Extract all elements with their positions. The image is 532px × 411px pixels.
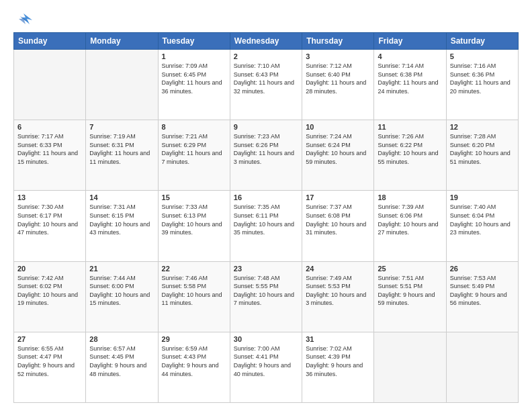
day-number: 8 xyxy=(162,123,226,131)
table-row: 24Sunrise: 7:49 AM Sunset: 5:53 PM Dayli… xyxy=(302,261,374,332)
table-row xyxy=(14,50,86,120)
day-number: 25 xyxy=(378,265,442,273)
table-row: 16Sunrise: 7:35 AM Sunset: 6:11 PM Dayli… xyxy=(230,191,302,261)
logo xyxy=(13,11,36,27)
calendar-week-3: 13Sunrise: 7:30 AM Sunset: 6:17 PM Dayli… xyxy=(14,191,519,261)
day-info: Sunrise: 6:59 AM Sunset: 4:43 PM Dayligh… xyxy=(162,345,226,378)
calendar-week-2: 6Sunrise: 7:17 AM Sunset: 6:33 PM Daylig… xyxy=(14,120,519,191)
day-number: 28 xyxy=(89,335,154,343)
table-row: 17Sunrise: 7:37 AM Sunset: 6:08 PM Dayli… xyxy=(302,191,374,261)
logo-icon xyxy=(13,11,34,27)
day-number: 16 xyxy=(234,193,298,201)
day-number: 31 xyxy=(306,335,370,343)
table-row: 21Sunrise: 7:44 AM Sunset: 6:00 PM Dayli… xyxy=(86,261,158,332)
day-number: 14 xyxy=(89,193,154,201)
calendar-week-5: 27Sunrise: 6:55 AM Sunset: 4:47 PM Dayli… xyxy=(14,332,519,402)
day-header-monday: Monday xyxy=(86,33,158,50)
day-info: Sunrise: 7:28 AM Sunset: 6:20 PM Dayligh… xyxy=(450,132,515,166)
day-info: Sunrise: 7:14 AM Sunset: 6:38 PM Dayligh… xyxy=(378,62,442,95)
table-row: 12Sunrise: 7:28 AM Sunset: 6:20 PM Dayli… xyxy=(446,120,518,191)
day-info: Sunrise: 7:51 AM Sunset: 5:51 PM Dayligh… xyxy=(378,274,442,308)
day-info: Sunrise: 7:21 AM Sunset: 6:29 PM Dayligh… xyxy=(162,132,226,166)
day-info: Sunrise: 7:23 AM Sunset: 6:26 PM Dayligh… xyxy=(234,132,298,166)
calendar-table: SundayMondayTuesdayWednesdayThursdayFrid… xyxy=(13,32,519,403)
day-info: Sunrise: 7:09 AM Sunset: 6:45 PM Dayligh… xyxy=(162,62,226,95)
day-info: Sunrise: 7:44 AM Sunset: 6:00 PM Dayligh… xyxy=(89,274,154,308)
day-header-wednesday: Wednesday xyxy=(230,33,302,50)
table-row xyxy=(374,332,446,402)
day-number: 29 xyxy=(162,335,226,343)
day-info: Sunrise: 7:31 AM Sunset: 6:15 PM Dayligh… xyxy=(89,203,154,236)
day-number: 19 xyxy=(450,193,515,201)
day-number: 11 xyxy=(378,123,442,131)
day-number: 30 xyxy=(234,335,298,343)
table-row: 3Sunrise: 7:12 AM Sunset: 6:40 PM Daylig… xyxy=(302,50,374,120)
table-row xyxy=(446,332,518,402)
day-info: Sunrise: 7:35 AM Sunset: 6:11 PM Dayligh… xyxy=(234,203,298,236)
table-row: 6Sunrise: 7:17 AM Sunset: 6:33 PM Daylig… xyxy=(14,120,86,191)
day-number: 18 xyxy=(378,193,442,201)
day-info: Sunrise: 7:37 AM Sunset: 6:08 PM Dayligh… xyxy=(306,203,370,236)
day-info: Sunrise: 7:26 AM Sunset: 6:22 PM Dayligh… xyxy=(378,132,442,166)
day-number: 21 xyxy=(89,265,154,273)
day-info: Sunrise: 6:57 AM Sunset: 4:45 PM Dayligh… xyxy=(89,345,154,378)
table-row: 13Sunrise: 7:30 AM Sunset: 6:17 PM Dayli… xyxy=(14,191,86,261)
day-info: Sunrise: 7:16 AM Sunset: 6:36 PM Dayligh… xyxy=(450,62,515,95)
day-header-friday: Friday xyxy=(374,33,446,50)
day-info: Sunrise: 7:42 AM Sunset: 6:02 PM Dayligh… xyxy=(17,274,82,308)
day-number: 4 xyxy=(378,52,442,60)
table-row: 10Sunrise: 7:24 AM Sunset: 6:24 PM Dayli… xyxy=(302,120,374,191)
day-info: Sunrise: 7:53 AM Sunset: 5:49 PM Dayligh… xyxy=(450,274,515,308)
day-number: 12 xyxy=(450,123,515,131)
table-row: 15Sunrise: 7:33 AM Sunset: 6:13 PM Dayli… xyxy=(158,191,230,261)
table-row: 18Sunrise: 7:39 AM Sunset: 6:06 PM Dayli… xyxy=(374,191,446,261)
day-info: Sunrise: 7:02 AM Sunset: 4:39 PM Dayligh… xyxy=(306,345,370,378)
day-header-saturday: Saturday xyxy=(446,33,518,50)
day-number: 22 xyxy=(162,265,226,273)
table-row: 25Sunrise: 7:51 AM Sunset: 5:51 PM Dayli… xyxy=(374,261,446,332)
day-number: 2 xyxy=(234,52,298,60)
table-row: 31Sunrise: 7:02 AM Sunset: 4:39 PM Dayli… xyxy=(302,332,374,402)
day-info: Sunrise: 6:55 AM Sunset: 4:47 PM Dayligh… xyxy=(17,345,82,378)
day-info: Sunrise: 7:00 AM Sunset: 4:41 PM Dayligh… xyxy=(234,345,298,378)
day-info: Sunrise: 7:19 AM Sunset: 6:31 PM Dayligh… xyxy=(89,132,154,166)
day-info: Sunrise: 7:10 AM Sunset: 6:43 PM Dayligh… xyxy=(234,62,298,95)
day-number: 9 xyxy=(234,123,298,131)
table-row: 20Sunrise: 7:42 AM Sunset: 6:02 PM Dayli… xyxy=(14,261,86,332)
table-row: 1Sunrise: 7:09 AM Sunset: 6:45 PM Daylig… xyxy=(158,50,230,120)
table-row: 19Sunrise: 7:40 AM Sunset: 6:04 PM Dayli… xyxy=(446,191,518,261)
table-row: 22Sunrise: 7:46 AM Sunset: 5:58 PM Dayli… xyxy=(158,261,230,332)
calendar-header-row: SundayMondayTuesdayWednesdayThursdayFrid… xyxy=(14,33,519,50)
day-number: 1 xyxy=(162,52,226,60)
table-row: 23Sunrise: 7:48 AM Sunset: 5:55 PM Dayli… xyxy=(230,261,302,332)
day-info: Sunrise: 7:46 AM Sunset: 5:58 PM Dayligh… xyxy=(162,274,226,308)
table-row: 9Sunrise: 7:23 AM Sunset: 6:26 PM Daylig… xyxy=(230,120,302,191)
day-info: Sunrise: 7:49 AM Sunset: 5:53 PM Dayligh… xyxy=(306,274,370,308)
table-row: 26Sunrise: 7:53 AM Sunset: 5:49 PM Dayli… xyxy=(446,261,518,332)
table-row: 4Sunrise: 7:14 AM Sunset: 6:38 PM Daylig… xyxy=(374,50,446,120)
day-header-thursday: Thursday xyxy=(302,33,374,50)
day-number: 3 xyxy=(306,52,370,60)
day-number: 26 xyxy=(450,265,515,273)
table-row xyxy=(86,50,158,120)
day-number: 17 xyxy=(306,193,370,201)
table-row: 8Sunrise: 7:21 AM Sunset: 6:29 PM Daylig… xyxy=(158,120,230,191)
table-row: 28Sunrise: 6:57 AM Sunset: 4:45 PM Dayli… xyxy=(86,332,158,402)
table-row: 27Sunrise: 6:55 AM Sunset: 4:47 PM Dayli… xyxy=(14,332,86,402)
table-row: 7Sunrise: 7:19 AM Sunset: 6:31 PM Daylig… xyxy=(86,120,158,191)
calendar-week-1: 1Sunrise: 7:09 AM Sunset: 6:45 PM Daylig… xyxy=(14,50,519,120)
day-info: Sunrise: 7:17 AM Sunset: 6:33 PM Dayligh… xyxy=(17,132,82,166)
day-header-tuesday: Tuesday xyxy=(158,33,230,50)
table-row: 2Sunrise: 7:10 AM Sunset: 6:43 PM Daylig… xyxy=(230,50,302,120)
header xyxy=(13,11,519,27)
day-info: Sunrise: 7:12 AM Sunset: 6:40 PM Dayligh… xyxy=(306,62,370,95)
page: SundayMondayTuesdayWednesdayThursdayFrid… xyxy=(0,0,532,411)
day-number: 23 xyxy=(234,265,298,273)
day-info: Sunrise: 7:24 AM Sunset: 6:24 PM Dayligh… xyxy=(306,132,370,166)
day-info: Sunrise: 7:39 AM Sunset: 6:06 PM Dayligh… xyxy=(378,203,442,236)
day-number: 24 xyxy=(306,265,370,273)
table-row: 29Sunrise: 6:59 AM Sunset: 4:43 PM Dayli… xyxy=(158,332,230,402)
day-number: 20 xyxy=(17,265,82,273)
day-header-sunday: Sunday xyxy=(14,33,86,50)
day-number: 6 xyxy=(17,123,82,131)
